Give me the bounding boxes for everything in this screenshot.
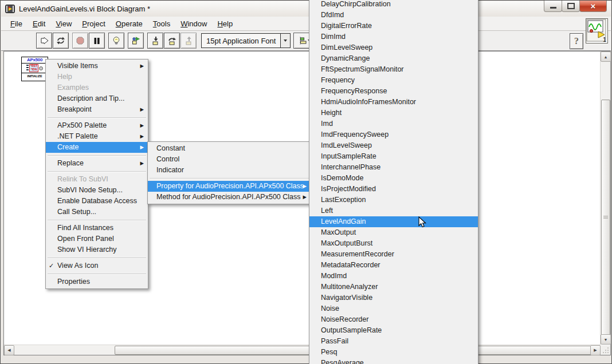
- vertical-scrollbar[interactable]: ▲ ▼: [600, 52, 610, 345]
- menu-item-modimd[interactable]: ModImd: [309, 271, 478, 282]
- vi-count-badge: 1: [603, 36, 606, 43]
- menu-item-delaychirpcalibration[interactable]: DelayChirpCalibration: [309, 0, 478, 10]
- menubar-item-operate[interactable]: Operate: [111, 18, 148, 30]
- apx500-node-title: APx500: [22, 57, 48, 64]
- run-button[interactable]: [36, 33, 52, 49]
- menu-item-view-as-icon[interactable]: ✓View As Icon: [46, 260, 148, 271]
- menu-item-open-front-panel[interactable]: Open Front Panel: [46, 234, 148, 244]
- scroll-left-button[interactable]: ◀: [4, 345, 14, 355]
- pause-button[interactable]: [89, 33, 105, 49]
- menu-item-show-vi-hierarchy[interactable]: Show VI Hierarchy: [46, 244, 148, 255]
- menu-item-property-for-audioprecision-api-apx500-class[interactable]: Property for AudioPrecision.API.APx500 C…: [148, 181, 311, 192]
- resize-grip[interactable]: [601, 345, 610, 355]
- step-over-button[interactable]: [164, 33, 180, 49]
- title-bar[interactable]: LevelAndGainLevels.vi Block Diagram *: [1, 1, 611, 17]
- menu-separator: [48, 220, 146, 220]
- menu-item-apx500-palette[interactable]: APx500 Palette▶: [46, 120, 148, 131]
- menu-item-left[interactable]: Left: [309, 205, 478, 216]
- menu-item-pesqaverage[interactable]: PesqAverage: [309, 358, 478, 364]
- menu-item-description-and-tip[interactable]: Description and Tip...: [46, 93, 148, 104]
- toolbar: 15pt Application Font: [1, 31, 611, 51]
- menu-item-label: Enable Database Access: [57, 197, 137, 205]
- menu-item-label: InputSampleRate: [321, 152, 376, 160]
- menu-item-dimimd[interactable]: DimImd: [309, 31, 478, 42]
- scroll-right-button[interactable]: ▶: [590, 345, 601, 355]
- menu-item-pesq[interactable]: Pesq: [309, 347, 478, 358]
- menu-item-visible-items[interactable]: Visible Items▶: [46, 61, 148, 72]
- scroll-up-button[interactable]: ▲: [601, 52, 611, 62]
- menu-item-height[interactable]: Height: [309, 108, 478, 118]
- align-objects-icon: [299, 37, 308, 45]
- menu-item-subvi-node-setup[interactable]: SubVI Node Setup...: [46, 185, 148, 196]
- menu-item-call-setup[interactable]: Call Setup...: [46, 207, 148, 217]
- menu-item-dfdimd[interactable]: DfdImd: [309, 10, 478, 21]
- menu-item-dynamicrange[interactable]: DynamicRange: [309, 53, 478, 64]
- font-selector-dropdown[interactable]: [280, 34, 290, 48]
- menu-item-hdmiaudioinfoframesmonitor[interactable]: HdmiAudioInfoFramesMonitor: [309, 97, 478, 108]
- vertical-scrollbar-thumb[interactable]: [601, 100, 610, 335]
- menu-item-dimlevelsweep[interactable]: DimLevelSweep: [309, 42, 478, 53]
- menubar-item-tools[interactable]: Tools: [148, 18, 175, 30]
- retain-wire-values-button[interactable]: [128, 33, 144, 49]
- menu-item-frequencyresponse[interactable]: FrequencyResponse: [309, 86, 478, 97]
- minimize-button[interactable]: [544, 1, 562, 12]
- menu-item-imd[interactable]: Imd: [309, 118, 478, 129]
- menubar-item-project[interactable]: Project: [77, 18, 110, 30]
- menu-item-metadatarecorder[interactable]: MetadataRecorder: [309, 260, 478, 271]
- scroll-down-button[interactable]: ▼: [601, 334, 611, 345]
- resize-grip-icon: [601, 345, 610, 355]
- menubar-item-edit[interactable]: Edit: [28, 18, 50, 30]
- submenu-arrow-icon: ▶: [140, 142, 144, 153]
- chevron-left-icon: ◀: [7, 348, 10, 353]
- menubar-item-view[interactable]: View: [50, 18, 77, 30]
- menu-item-fftspectrumsignalmonitor[interactable]: FftSpectrumSignalMonitor: [309, 64, 478, 75]
- run-continuously-button[interactable]: [53, 33, 69, 49]
- menu-item-label: Method for AudioPrecision.API.APx500 Cla…: [156, 193, 301, 201]
- context-help-button[interactable]: ?: [570, 33, 583, 49]
- menu-item-properties[interactable]: Properties: [46, 276, 148, 287]
- menu-item-multitoneanalyzer[interactable]: MultitoneAnalyzer: [309, 282, 478, 292]
- menubar-item-file[interactable]: File: [5, 18, 28, 30]
- menu-item-lastexception[interactable]: LastException: [309, 195, 478, 205]
- apx500-node[interactable]: APx500 *RST*IDN INITIALIZE: [21, 57, 48, 81]
- menu-item-net-palette[interactable]: .NET Palette▶: [46, 131, 148, 142]
- menu-item-passfail[interactable]: PassFail: [309, 336, 478, 347]
- menu-item-label: LastException: [321, 196, 366, 204]
- highlight-execution-button[interactable]: [108, 33, 124, 49]
- horizontal-scrollbar[interactable]: ◀ ▶: [4, 345, 601, 355]
- menu-item-noiserecorder[interactable]: NoiseRecorder: [309, 314, 478, 325]
- menu-item-navigatorvisible[interactable]: NavigatorVisible: [309, 292, 478, 303]
- menu-item-imdlevelsweep[interactable]: ImdLevelSweep: [309, 140, 478, 151]
- menu-item-create[interactable]: Create▶: [46, 142, 148, 153]
- menu-item-control[interactable]: Control: [148, 154, 311, 165]
- menu-item-digitalerrorrate[interactable]: DigitalErrorRate: [309, 21, 478, 31]
- menubar-item-help[interactable]: Help: [212, 18, 238, 30]
- menu-item-inputsamplerate[interactable]: InputSampleRate: [309, 151, 478, 162]
- step-into-button[interactable]: [147, 33, 163, 49]
- menu-item-outputsamplerate[interactable]: OutputSampleRate: [309, 325, 478, 336]
- menu-item-isdemomode[interactable]: IsDemoMode: [309, 173, 478, 184]
- menu-item-label: Visible Items: [57, 62, 98, 70]
- menu-item-method-for-audioprecision-api-apx500-class[interactable]: Method for AudioPrecision.API.APx500 Cla…: [148, 192, 311, 203]
- menu-item-measurementrecorder[interactable]: MeasurementRecorder: [309, 249, 478, 260]
- menu-item-indicator[interactable]: Indicator: [148, 165, 311, 176]
- menu-item-frequency[interactable]: Frequency: [309, 75, 478, 86]
- font-selector[interactable]: 15pt Application Font: [201, 33, 291, 48]
- menu-item-imdfrequencysweep[interactable]: ImdFrequencySweep: [309, 129, 478, 140]
- menu-item-noise[interactable]: Noise: [309, 303, 478, 314]
- menu-item-maxoutputburst[interactable]: MaxOutputBurst: [309, 238, 478, 249]
- menu-item-constant[interactable]: Constant: [148, 143, 311, 154]
- menu-item-breakpoint[interactable]: Breakpoint▶: [46, 104, 148, 115]
- menu-item-levelandgain[interactable]: LevelAndGain: [309, 216, 478, 227]
- menu-item-find-all-instances[interactable]: Find All Instances: [46, 223, 148, 234]
- close-button[interactable]: ×: [579, 1, 607, 12]
- maximize-button[interactable]: [562, 1, 580, 12]
- menubar-item-window[interactable]: Window: [175, 18, 212, 30]
- menu-item-replace[interactable]: Replace▶: [46, 158, 148, 169]
- menu-item-interchannelphase[interactable]: InterchannelPhase: [309, 162, 478, 173]
- menu-item-isprojectmodified[interactable]: IsProjectModified: [309, 184, 478, 195]
- vi-icon[interactable]: 1: [586, 18, 608, 43]
- checkmark-icon: ✓: [49, 260, 54, 271]
- menu-item-enable-database-access[interactable]: Enable Database Access: [46, 196, 148, 207]
- menu-item-maxoutput[interactable]: MaxOutput: [309, 227, 478, 238]
